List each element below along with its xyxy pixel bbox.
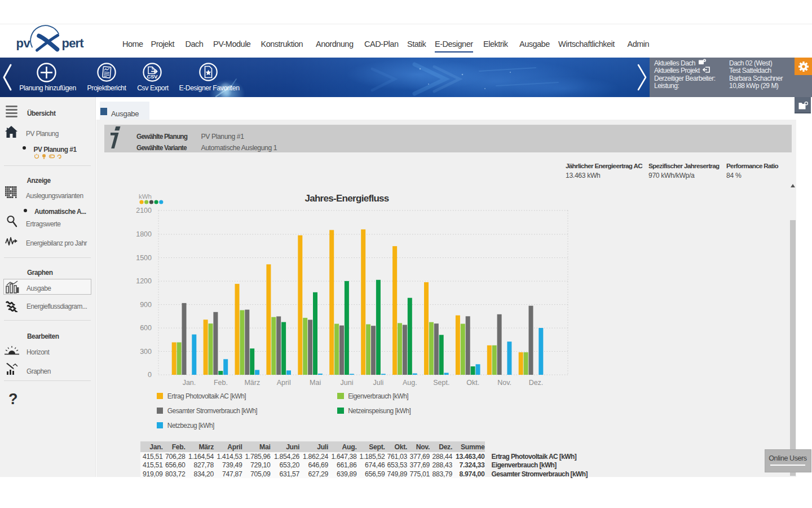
svg-text:pert: pert bbox=[62, 36, 85, 50]
svg-text:CSV: CSV bbox=[147, 73, 158, 80]
svg-text:pv: pv bbox=[16, 36, 31, 50]
